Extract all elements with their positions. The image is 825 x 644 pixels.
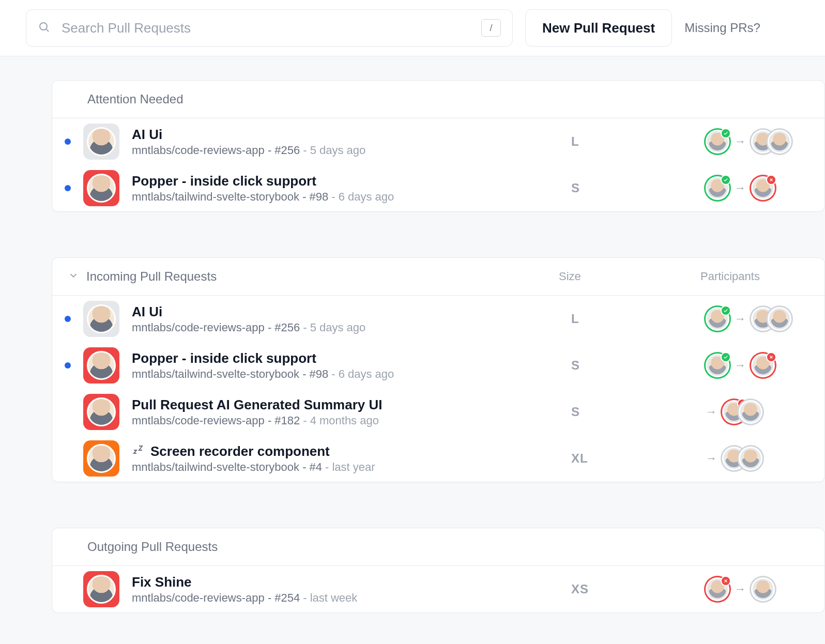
pr-number: #98 (310, 367, 329, 380)
unread-dot-icon (65, 362, 71, 369)
pr-row[interactable]: Screen recorder componentmntlabs/tailwin… (52, 435, 824, 482)
section-title: Attention Needed (87, 92, 804, 106)
pr-row[interactable]: Popper - inside click supportmntlabs/tai… (52, 165, 824, 211)
pr-number: #4 (310, 461, 322, 473)
pr-subtitle: mntlabs/tailwind-svelte-storybook - #98-… (132, 190, 571, 204)
participant-avatar[interactable] (751, 176, 775, 200)
svg-point-0 (40, 23, 47, 30)
participant-avatar[interactable] (739, 400, 762, 424)
reviewer-stack (751, 176, 775, 200)
participant-avatar[interactable] (768, 307, 791, 331)
check-badge-icon (721, 352, 731, 362)
chevron-down-icon (68, 270, 79, 283)
author-avatar[interactable] (706, 130, 729, 154)
participant-avatar[interactable] (751, 577, 775, 601)
pr-repo: mntlabs/tailwind-svelte-storybook (132, 190, 299, 203)
pr-body: Pull Request AI Generated Summary UImntl… (132, 397, 571, 427)
x-badge-icon (766, 175, 776, 185)
author-avatar[interactable] (706, 354, 729, 377)
outgoing-section: Outgoing Pull Requests Fix Shinemntlabs/… (52, 528, 825, 613)
arrow-right-icon: → (706, 452, 717, 465)
pr-participants: → (706, 577, 809, 601)
check-badge-icon (721, 305, 731, 316)
arrow-right-icon: → (735, 582, 746, 596)
pr-title: AI Ui (132, 304, 162, 320)
arrow-right-icon: → (735, 181, 746, 195)
repo-avatar (83, 124, 119, 160)
author-avatar[interactable] (706, 577, 729, 601)
pr-title: Popper - inside click support (132, 350, 316, 366)
topbar: / New Pull Request Missing PRs? (0, 0, 825, 56)
pr-subtitle: mntlabs/tailwind-svelte-storybook - #98-… (132, 367, 571, 381)
repo-avatar (83, 571, 119, 607)
pr-row[interactable]: Fix Shinemntlabs/code-reviews-app - #254… (52, 566, 824, 612)
author-avatar[interactable] (706, 307, 729, 331)
pr-time: last year (332, 461, 375, 473)
pr-subtitle: mntlabs/tailwind-svelte-storybook - #4-l… (132, 461, 571, 474)
pr-row[interactable]: AI Uimntlabs/code-reviews-app - #256-5 d… (52, 296, 824, 342)
pr-size: S (571, 181, 706, 195)
pr-title: Screen recorder component (150, 443, 330, 459)
unread-indicator-cell (52, 362, 83, 369)
search-input[interactable] (62, 20, 470, 36)
pr-repo: mntlabs/code-reviews-app (132, 414, 265, 427)
pr-time: 5 days ago (310, 321, 366, 334)
pr-size: L (571, 134, 706, 149)
pr-repo: mntlabs/tailwind-svelte-storybook (132, 367, 299, 380)
section-header: Outgoing Pull Requests (52, 528, 824, 566)
repo-avatar (83, 170, 119, 206)
pr-number: #256 (274, 144, 300, 157)
repo-avatar (83, 440, 119, 477)
pr-list: AI Uimntlabs/code-reviews-app - #256-5 d… (52, 296, 824, 482)
pr-row[interactable]: Pull Request AI Generated Summary UImntl… (52, 389, 824, 435)
repo-avatar (83, 347, 119, 384)
pr-time: 6 days ago (339, 367, 394, 380)
pr-body: Screen recorder componentmntlabs/tailwin… (132, 443, 571, 474)
pr-time: 6 days ago (339, 190, 394, 203)
pr-list: Fix Shinemntlabs/code-reviews-app - #254… (52, 566, 824, 612)
arrow-right-icon: → (706, 405, 717, 419)
pr-subtitle: mntlabs/code-reviews-app - #182-4 months… (132, 414, 571, 427)
pr-repo: mntlabs/code-reviews-app (132, 591, 265, 604)
participant-avatar[interactable] (751, 354, 775, 377)
reviewer-stack (751, 307, 791, 331)
participant-avatar[interactable] (768, 130, 791, 154)
pr-list: AI Uimntlabs/code-reviews-app - #256-5 d… (52, 118, 824, 211)
pr-participants: → (706, 176, 809, 200)
search-icon (38, 21, 50, 35)
pr-row[interactable]: AI Uimntlabs/code-reviews-app - #256-5 d… (52, 118, 824, 165)
arrow-right-icon: → (735, 312, 746, 326)
pr-participants: → (706, 447, 809, 470)
column-header-size: Size (559, 270, 693, 283)
unread-dot-icon (65, 316, 71, 322)
pr-size: XL (571, 451, 706, 466)
pr-time: last week (310, 591, 358, 604)
repo-avatar (83, 301, 119, 337)
pr-subtitle: mntlabs/code-reviews-app - #256-5 days a… (132, 321, 571, 334)
arrow-right-icon: → (735, 359, 746, 372)
pr-participants: → (706, 400, 809, 424)
new-pull-request-button[interactable]: New Pull Request (525, 9, 672, 47)
check-badge-icon (721, 128, 731, 139)
pr-body: Fix Shinemntlabs/code-reviews-app - #254… (132, 574, 571, 605)
reviewer-stack (722, 400, 762, 424)
search-container[interactable]: / (26, 9, 513, 47)
section-header[interactable]: Incoming Pull Requests Size Participants (52, 258, 824, 296)
participant-avatar[interactable] (739, 447, 762, 470)
missing-prs-link[interactable]: Missing PRs? (684, 21, 760, 35)
content: Attention Needed AI Uimntlabs/code-revie… (0, 56, 825, 613)
pr-row[interactable]: Popper - inside click supportmntlabs/tai… (52, 342, 824, 389)
pr-size: XS (571, 582, 706, 596)
reviewer-stack (751, 577, 775, 601)
x-badge-icon (721, 576, 731, 586)
pr-time: 4 months ago (310, 414, 379, 427)
pr-size: S (571, 405, 706, 419)
pr-number: #254 (274, 591, 300, 604)
unread-dot-icon (65, 139, 71, 145)
section-title: Incoming Pull Requests (86, 269, 552, 284)
unread-dot-icon (65, 185, 71, 191)
author-avatar[interactable] (706, 176, 729, 200)
arrow-right-icon: → (735, 135, 746, 148)
pr-body: Popper - inside click supportmntlabs/tai… (132, 173, 571, 204)
pr-participants: → (706, 130, 809, 154)
